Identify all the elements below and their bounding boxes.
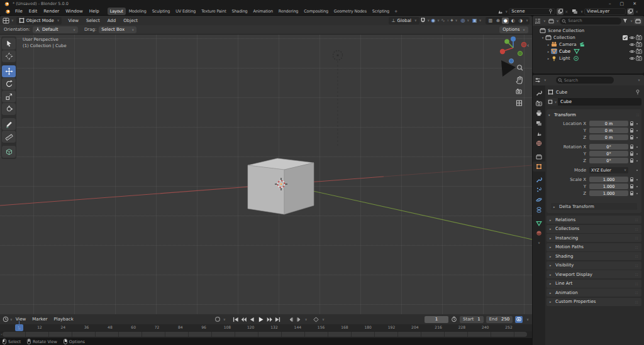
view-layer-properties-tab[interactable] [533, 118, 545, 128]
measure-tool[interactable] [2, 131, 16, 143]
camera-toggle-icon[interactable] [635, 48, 642, 54]
new-scene-button[interactable] [557, 8, 564, 15]
expand-arrow[interactable]: ▸ [546, 50, 551, 53]
pin-icon[interactable] [548, 9, 553, 14]
workspace-tab-texture-paint[interactable]: Texture Paint [199, 8, 228, 15]
new-view-layer-button[interactable] [627, 8, 634, 15]
shading-dropdown-arrow[interactable]: ∨ [526, 19, 528, 22]
value-field-z[interactable]: 0° [589, 158, 628, 163]
tabs-overflow-arrow[interactable]: ∨ [538, 241, 540, 244]
gizmo-z-axis[interactable] [511, 36, 516, 41]
animate-dot-icon[interactable] [635, 193, 640, 195]
value-field-y[interactable]: 1.000 [589, 183, 628, 189]
move-tool[interactable] [2, 65, 16, 77]
workspace-tab-shading[interactable]: Shading [230, 8, 250, 15]
jump-to-prev-keyframe-button[interactable] [240, 316, 247, 323]
lock-icon[interactable] [628, 121, 635, 126]
eye-toggle-icon[interactable] [628, 55, 635, 61]
frame-start-field[interactable]: Start 1 [460, 316, 484, 323]
proportional-editing-control[interactable]: ◉∨ [430, 18, 440, 23]
animate-dot-icon[interactable] [635, 146, 640, 148]
transform-orientation-dropdown[interactable]: ⊥ Global ∨ [389, 17, 419, 25]
viewport-menu-object[interactable]: Object [119, 18, 142, 23]
constraints-properties-tab[interactable] [533, 205, 545, 215]
options-button[interactable]: Options ∨ [499, 26, 528, 33]
frame-jump-dropdown-arrow[interactable]: ∨ [305, 318, 308, 321]
gizmo-y-neg-axis[interactable] [518, 51, 522, 55]
workspace-tab-layout[interactable]: Layout [108, 8, 126, 15]
filter-dropdown-arrow[interactable]: ∨ [630, 19, 633, 23]
object-data-properties-tab[interactable] [533, 218, 545, 228]
rotation-mode-dropdown[interactable]: XYZ Euler∨ [589, 167, 628, 173]
lock-icon[interactable] [628, 184, 635, 189]
keying-dropdown-arrow[interactable]: ∨ [223, 318, 226, 321]
panel-drag-handle[interactable]: ∷ [635, 282, 638, 286]
mode-dropdown[interactable]: Object Mode ∨ [16, 17, 62, 25]
outliner-row-camera[interactable]: ▸Camera [533, 41, 644, 48]
properties-editor-dropdown-arrow[interactable]: ∨ [544, 79, 547, 82]
panel-drag-handle[interactable]: ∷ [635, 263, 638, 268]
pin-id-icon[interactable] [635, 89, 640, 95]
add-cube-tool[interactable] [2, 146, 16, 158]
cursor-tool[interactable] [2, 50, 16, 62]
view-layer-dropdown-arrow[interactable]: ∨ [580, 10, 583, 13]
view-layer-field[interactable]: ViewLayer [584, 8, 626, 15]
object-name-field[interactable]: ∨ Cube [547, 98, 641, 106]
animate-dot-icon[interactable] [635, 153, 640, 155]
workspace-tab-compositing[interactable]: Compositing [301, 8, 331, 15]
blender-menu-icon[interactable] [4, 9, 11, 14]
play-reverse-button[interactable] [248, 316, 255, 323]
timeline-menu-playback[interactable]: Playback [51, 317, 77, 322]
eye-toggle-icon[interactable] [628, 48, 635, 54]
remove-view-layer-button[interactable]: ✕ [635, 9, 638, 14]
minimize-button[interactable]: – [609, 1, 611, 6]
timeline-menu-marker[interactable]: Marker [29, 317, 50, 322]
sync-dropdown-arrow[interactable]: ∨ [526, 318, 529, 321]
panel-drag-handle[interactable]: ∷ [635, 290, 638, 295]
panel-shading[interactable]: ▸Shading∷ [547, 252, 641, 260]
toggle-perspective-icon[interactable] [517, 101, 522, 106]
camera-object[interactable] [501, 59, 516, 77]
world-properties-tab[interactable] [533, 138, 545, 148]
properties-editor-type-icon[interactable] [535, 77, 541, 83]
workspace-tab-scripting[interactable]: Scripting [370, 8, 392, 15]
eye-toggle-icon[interactable] [628, 35, 635, 40]
workspace-tab-uv-editing[interactable]: UV Editing [173, 8, 198, 15]
outliner-row-light[interactable]: ▸Light [533, 55, 644, 62]
outliner-search[interactable] [560, 18, 621, 25]
value-field-z[interactable]: 1.000 [589, 190, 628, 196]
value-field-rotation-x[interactable]: 0° [589, 144, 628, 150]
expand-arrow[interactable]: ▸ [546, 43, 551, 47]
keying-set-icon[interactable] [313, 316, 319, 323]
viewport-menu-view[interactable]: View [64, 18, 82, 23]
unlink-scene-button[interactable]: ✕ [565, 9, 568, 14]
rotate-tool[interactable] [2, 78, 16, 90]
editor-type-dropdown-arrow[interactable]: ∨ [11, 19, 14, 22]
material-properties-tab[interactable] [533, 228, 545, 238]
show-gizmo-control[interactable]: ⌖∨ [450, 18, 458, 24]
gizmo-x-axis[interactable] [500, 49, 505, 54]
scene-name-field[interactable]: Scene [509, 8, 555, 15]
value-field-scale-x[interactable]: 1.000 [589, 177, 628, 182]
timeline-ruler[interactable]: 1 12243648607284961081201321441561681801… [0, 324, 532, 331]
outliner-editor-type-icon[interactable] [535, 18, 541, 24]
frame-end-field[interactable]: End 250 [486, 316, 513, 323]
lock-icon[interactable] [628, 191, 635, 195]
lock-icon[interactable] [628, 151, 635, 156]
properties-options-arrow[interactable]: ∨ [638, 79, 640, 82]
panel-instancing[interactable]: ▸Instancing∷ [547, 234, 641, 242]
orientation-dropdown[interactable]: Default ∨ [33, 26, 78, 33]
scene-properties-tab[interactable] [533, 128, 545, 138]
auto-keying-record-icon[interactable] [214, 316, 221, 323]
editor-type-icon[interactable] [3, 18, 9, 24]
filter-icon[interactable] [623, 18, 628, 23]
scale-tool[interactable] [2, 90, 16, 102]
playback-sync-icon[interactable] [515, 316, 523, 323]
properties-search[interactable] [556, 77, 614, 84]
new-collection-button[interactable] [634, 18, 642, 25]
navigation-gizmo[interactable] [500, 36, 526, 56]
zoom-view-icon[interactable] [518, 65, 523, 70]
gizmo-y-axis[interactable] [504, 39, 509, 44]
scene-icon[interactable] [497, 9, 503, 14]
jump-to-end-button[interactable] [274, 316, 281, 323]
